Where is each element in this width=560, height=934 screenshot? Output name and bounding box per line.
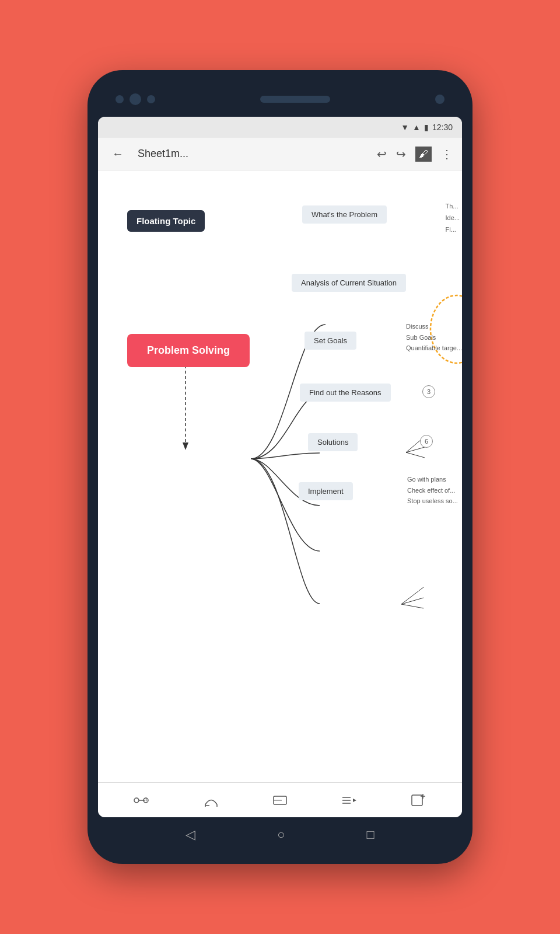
document-title: Sheet1m... [138,148,368,160]
camera-dot-1 [116,95,124,103]
layout-tool[interactable] [340,793,358,808]
phone-frame: ▼ ▲ ▮ 12:30 ← Sheet1m... ↩ ↪ 🖌 ⋮ [88,70,473,864]
status-time: 12:30 [432,123,453,132]
whats-problem-node[interactable]: What's the Problem [302,205,387,224]
discuss-item: Discuss [406,321,462,332]
shape-tool[interactable] [271,793,289,808]
wifi-icon: ▼ [401,123,409,132]
redo-button[interactable]: ↪ [396,147,406,161]
svg-text:+: + [145,797,148,803]
analysis-node[interactable]: Analysis of Current Situation [292,274,406,292]
back-button[interactable]: ← [107,142,128,165]
add-node-tool[interactable]: + [133,793,150,808]
speaker [260,96,330,103]
implement-children: Go with plans Check effect of... Stop us… [407,474,458,507]
solutions-node[interactable]: Solutions [308,433,358,451]
shape-icon [271,793,289,808]
go-with-plans-item: Go with plans [407,474,458,485]
svg-line-5 [406,452,425,458]
bottom-toolbar: + [98,782,462,817]
status-icons: ▼ ▲ ▮ 12:30 [401,123,453,132]
stop-useless-item: Stop useless so... [407,496,458,507]
quantifiable-item: Quantifiable targe... [406,343,462,354]
connector-icon [202,793,220,808]
svg-line-6 [401,587,424,604]
layout-icon [340,793,358,808]
connector-tool[interactable] [202,793,220,808]
mindmap-canvas[interactable]: Floating Topic Problem Solving What's th… [98,170,462,782]
status-bar: ▼ ▲ ▮ 12:30 [98,117,462,138]
find-reasons-node[interactable]: Find out the Reasons [300,384,391,402]
partial-items: Th... Ide... Fi... [446,201,462,235]
signal-icon: ▲ [412,123,421,132]
more-options-button[interactable]: ⋮ [441,147,453,161]
partial-item-1: Th... [446,201,460,212]
phone-bottom-bar: ◁ ○ □ [98,817,462,852]
battery-icon: ▮ [424,123,429,132]
set-goals-children: Discuss Sub Goals Quantifiable targe... [406,321,462,354]
app-toolbar: ← Sheet1m... ↩ ↪ 🖌 ⋮ [98,138,462,170]
svg-marker-22 [353,799,356,802]
subgoals-item: Sub Goals [406,332,462,343]
camera-dot-2 [130,93,141,105]
partial-item-3: Fi... [446,224,460,236]
set-goals-node[interactable]: Set Goals [304,332,356,350]
add-element-icon [410,793,427,808]
toolbar-actions: ↩ ↪ 🖌 ⋮ [377,147,453,162]
add-element-tool[interactable] [410,793,427,808]
format-painter-button[interactable]: 🖌 [415,147,432,162]
home-nav-button[interactable]: ○ [277,827,285,842]
camera-area [116,93,155,105]
recent-nav-button[interactable]: □ [367,827,374,842]
solutions-badge: 6 [420,435,433,448]
floating-topic-node[interactable]: Floating Topic [127,210,205,232]
front-camera [435,95,444,104]
implement-node[interactable]: Implement [299,482,353,500]
find-reasons-badge: 3 [422,385,435,398]
check-effect-item: Check effect of... [407,485,458,496]
partial-item-2: Ide... [446,212,460,224]
svg-line-7 [401,598,424,604]
svg-marker-1 [183,442,188,450]
add-node-icon: + [133,793,150,808]
back-nav-button[interactable]: ◁ [186,827,195,842]
phone-top-bar [98,82,462,117]
camera-dot-3 [147,95,155,103]
svg-point-10 [134,798,139,803]
phone-screen: ▼ ▲ ▮ 12:30 ← Sheet1m... ↩ ↪ 🖌 ⋮ [98,117,462,817]
central-node[interactable]: Problem Solving [127,334,250,367]
svg-line-8 [401,604,424,608]
undo-button[interactable]: ↩ [377,147,387,161]
